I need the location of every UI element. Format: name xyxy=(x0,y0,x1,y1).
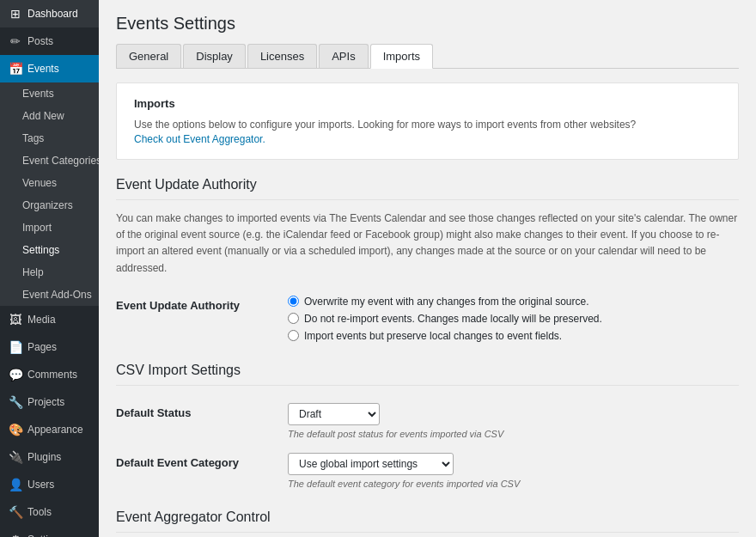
pages-icon: 📄 xyxy=(9,340,22,354)
sidebar: ⊞ Dashboard ✏ Posts 📅 Events Events Add … xyxy=(0,0,99,537)
imports-info-box: Imports Use the options below to configu… xyxy=(116,82,739,160)
events-submenu: Events Add New Tags Event Categories Ven… xyxy=(0,82,99,306)
default-category-select[interactable]: Use global import settings xyxy=(288,453,454,475)
imports-description: Use the options below to configure your … xyxy=(134,117,721,132)
sidebar-item-events[interactable]: 📅 Events xyxy=(0,55,99,82)
sidebar-item-import[interactable]: Import xyxy=(0,217,99,239)
page-title: Events Settings xyxy=(116,14,739,34)
sidebar-item-events-list[interactable]: Events xyxy=(0,82,99,105)
imports-heading: Imports xyxy=(134,97,721,110)
event-update-table: Event Update Authority Overwrite my even… xyxy=(116,289,739,349)
media-icon: 🖼 xyxy=(9,313,22,326)
sidebar-item-posts[interactable]: ✏ Posts xyxy=(0,27,99,55)
sidebar-item-event-categories[interactable]: Event Categories xyxy=(0,150,99,172)
dashboard-icon: ⊞ xyxy=(9,7,22,21)
tab-general[interactable]: General xyxy=(116,44,181,68)
sidebar-item-media[interactable]: 🖼 Media xyxy=(0,306,99,333)
radio-group-update: Overwrite my event with any changes from… xyxy=(288,296,739,342)
default-category-label: Default Event Category xyxy=(116,446,288,496)
default-category-field: Use global import settings The default e… xyxy=(288,446,739,496)
csv-import-table: Default Status Draft Published Pending P… xyxy=(116,396,739,496)
sidebar-item-comments[interactable]: 💬 Comments xyxy=(0,361,99,388)
default-category-row: Default Event Category Use global import… xyxy=(116,446,739,496)
sidebar-item-organizers[interactable]: Organizers xyxy=(0,194,99,217)
default-status-row: Default Status Draft Published Pending P… xyxy=(116,396,739,446)
comments-icon: 💬 xyxy=(9,368,22,381)
tab-licenses[interactable]: Licenses xyxy=(247,44,317,68)
tab-imports[interactable]: Imports xyxy=(370,44,433,69)
radio-overwrite[interactable]: Overwrite my event with any changes from… xyxy=(288,296,739,308)
settings-icon: ⚙ xyxy=(9,533,22,537)
default-status-field: Draft Published Pending Private The defa… xyxy=(288,396,739,446)
radio-preserve[interactable]: Import events but preserve local changes… xyxy=(288,330,739,342)
event-update-row: Event Update Authority Overwrite my even… xyxy=(116,289,739,349)
tab-display[interactable]: Display xyxy=(183,44,246,68)
plugins-icon: 🔌 xyxy=(9,450,22,464)
csv-import-section: CSV Import Settings Default Status Draft… xyxy=(116,363,739,496)
aggregator-heading: Event Aggregator Control xyxy=(116,510,739,533)
event-update-description: You can make changes to imported events … xyxy=(116,211,739,277)
event-aggregator-link[interactable]: Check out Event Aggregator. xyxy=(134,133,265,145)
sidebar-item-users[interactable]: 👤 Users xyxy=(0,471,99,498)
users-icon: 👤 xyxy=(9,478,22,491)
event-update-heading: Event Update Authority xyxy=(116,177,739,200)
sidebar-item-appearance[interactable]: 🎨 Appearance xyxy=(0,416,99,443)
sidebar-item-tags[interactable]: Tags xyxy=(0,127,99,150)
projects-icon: 🔧 xyxy=(9,395,22,409)
event-update-label: Event Update Authority xyxy=(116,289,288,349)
posts-icon: ✏ xyxy=(9,34,22,48)
sidebar-item-event-addons[interactable]: Event Add-Ons xyxy=(0,284,99,306)
radio-no-reimport-input[interactable] xyxy=(288,313,299,324)
event-update-section: Event Update Authority You can make chan… xyxy=(116,177,739,349)
event-update-options: Overwrite my event with any changes from… xyxy=(288,289,739,349)
radio-overwrite-input[interactable] xyxy=(288,296,299,307)
default-category-desc: The default event category for events im… xyxy=(288,479,739,489)
radio-no-reimport[interactable]: Do not re-import events. Changes made lo… xyxy=(288,313,739,325)
sidebar-item-settings[interactable]: ⚙ Settings xyxy=(0,526,99,537)
sidebar-item-dashboard[interactable]: ⊞ Dashboard xyxy=(0,0,99,27)
sidebar-item-add-new[interactable]: Add New xyxy=(0,105,99,127)
settings-tabs: General Display Licenses APIs Imports xyxy=(116,44,739,69)
default-status-desc: The default post status for events impor… xyxy=(288,429,739,439)
default-status-label: Default Status xyxy=(116,396,288,446)
sidebar-item-venues[interactable]: Venues xyxy=(0,172,99,194)
sidebar-item-pages[interactable]: 📄 Pages xyxy=(0,333,99,361)
main-content: Events Settings General Display Licenses… xyxy=(99,0,756,537)
radio-preserve-input[interactable] xyxy=(288,330,299,341)
aggregator-section: Event Aggregator Control Disable Event A… xyxy=(116,510,739,537)
tools-icon: 🔨 xyxy=(9,505,22,519)
sidebar-item-settings-sub[interactable]: Settings xyxy=(0,239,99,261)
appearance-icon: 🎨 xyxy=(9,423,22,436)
csv-import-heading: CSV Import Settings xyxy=(116,363,739,386)
tab-apis[interactable]: APIs xyxy=(319,44,368,68)
sidebar-item-projects[interactable]: 🔧 Projects xyxy=(0,388,99,416)
sidebar-item-help[interactable]: Help xyxy=(0,261,99,284)
default-status-select[interactable]: Draft Published Pending Private xyxy=(288,403,380,425)
sidebar-item-tools[interactable]: 🔨 Tools xyxy=(0,498,99,526)
events-icon: 📅 xyxy=(9,62,22,76)
sidebar-item-plugins[interactable]: 🔌 Plugins xyxy=(0,443,99,471)
